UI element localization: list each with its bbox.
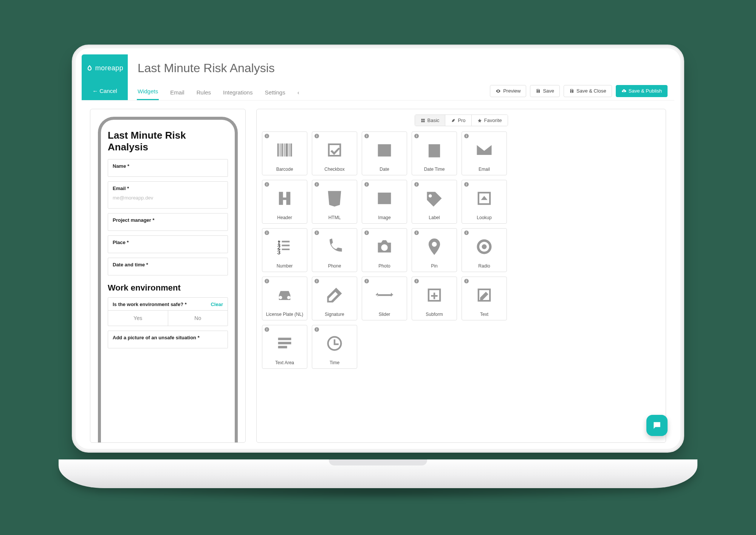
info-icon[interactable]: i bbox=[364, 182, 369, 187]
option-yes[interactable]: Yes bbox=[108, 311, 168, 326]
label-widget-icon bbox=[424, 183, 444, 213]
widget-label: Email bbox=[479, 167, 490, 172]
widget-label: Subform bbox=[426, 312, 443, 317]
widget-checkbox[interactable]: iCheckbox bbox=[312, 131, 357, 175]
info-icon[interactable]: i bbox=[464, 134, 469, 138]
info-icon[interactable]: i bbox=[265, 134, 269, 138]
widget-html[interactable]: iHTML bbox=[312, 180, 357, 224]
widget-time[interactable]: iTime bbox=[312, 325, 357, 369]
option-no[interactable]: No bbox=[168, 311, 228, 326]
widget-label: Text Area bbox=[275, 360, 294, 365]
save-publish-button[interactable]: Save & Publish bbox=[616, 85, 668, 97]
widget-number[interactable]: iNumber bbox=[262, 228, 307, 272]
tab-email[interactable]: Email bbox=[169, 89, 185, 100]
tab-widgets[interactable]: Widgets bbox=[137, 88, 159, 100]
cancel-button[interactable]: ← Cancel bbox=[82, 82, 128, 100]
clear-button[interactable]: Clear bbox=[211, 302, 223, 307]
email-icon bbox=[474, 135, 494, 165]
widget-barcode[interactable]: iBarcode bbox=[262, 131, 307, 175]
widget-label: Header bbox=[277, 215, 292, 220]
widget-date[interactable]: iDate bbox=[362, 131, 407, 175]
field-date-time[interactable]: Date and time * bbox=[108, 258, 228, 275]
field-project-manager[interactable]: Project manager * bbox=[108, 213, 228, 231]
info-icon[interactable]: i bbox=[314, 230, 319, 235]
info-icon[interactable]: i bbox=[414, 134, 419, 138]
info-icon[interactable]: i bbox=[265, 327, 269, 332]
subbar: ← Cancel Widgets Email Rules Integration… bbox=[82, 82, 674, 101]
info-icon[interactable]: i bbox=[414, 279, 419, 283]
question-label: Is the work environment safe? * bbox=[113, 302, 187, 307]
field-email[interactable]: Email * me@moreapp.dev bbox=[108, 181, 228, 209]
textarea-icon bbox=[275, 328, 294, 359]
brand-logo[interactable]: moreapp bbox=[82, 54, 128, 82]
info-icon[interactable]: i bbox=[464, 182, 469, 187]
leaf-icon bbox=[86, 65, 93, 71]
widget-pin[interactable]: iPin bbox=[412, 228, 457, 272]
widget-slider[interactable]: iSlider bbox=[362, 277, 407, 320]
field-place[interactable]: Place * bbox=[108, 235, 228, 253]
info-icon[interactable]: i bbox=[464, 230, 469, 235]
radio-icon bbox=[474, 232, 494, 262]
widget-license[interactable]: iLicense Plate (NL) bbox=[262, 277, 307, 320]
widget-textarea[interactable]: iText Area bbox=[262, 325, 307, 369]
license-icon bbox=[275, 280, 294, 310]
info-icon[interactable]: i bbox=[364, 279, 369, 283]
widget-text[interactable]: iText bbox=[462, 277, 507, 320]
text-icon bbox=[474, 280, 494, 310]
question-safe[interactable]: Is the work environment safe? * Clear Ye… bbox=[108, 297, 228, 326]
widget-datetime[interactable]: iDate Time bbox=[412, 131, 457, 175]
category-pro[interactable]: Pro bbox=[445, 115, 471, 126]
save-button[interactable]: Save bbox=[530, 85, 560, 97]
widget-signature[interactable]: iSignature bbox=[312, 277, 357, 320]
widget-email[interactable]: iEmail bbox=[462, 131, 507, 175]
info-icon[interactable]: i bbox=[314, 327, 319, 332]
chat-fab[interactable] bbox=[646, 415, 668, 436]
tab-rules[interactable]: Rules bbox=[196, 89, 212, 100]
tab-settings[interactable]: Settings bbox=[264, 89, 286, 100]
field-name[interactable]: Name * bbox=[108, 159, 228, 177]
widget-header[interactable]: iHeader bbox=[262, 180, 307, 224]
tabs-scroll-left[interactable]: ‹ bbox=[297, 89, 300, 100]
widget-photo[interactable]: iPhoto bbox=[362, 228, 407, 272]
subform-icon bbox=[424, 280, 444, 310]
widget-subform[interactable]: iSubform bbox=[412, 277, 457, 320]
field-picture[interactable]: Add a picture of an unsafe situation * bbox=[108, 331, 228, 348]
category-favorite[interactable]: Favorite bbox=[471, 115, 508, 126]
lookup-icon bbox=[474, 183, 494, 213]
info-icon[interactable]: i bbox=[364, 134, 369, 138]
info-icon[interactable]: i bbox=[265, 279, 269, 283]
info-icon[interactable]: i bbox=[364, 230, 369, 235]
app: moreapp Last Minute Risk Analysis ← Canc… bbox=[82, 54, 674, 443]
preview-button[interactable]: Preview bbox=[490, 85, 526, 97]
save-close-button[interactable]: Save & Close bbox=[564, 85, 612, 97]
header: moreapp Last Minute Risk Analysis bbox=[82, 54, 674, 82]
widget-label: Time bbox=[330, 360, 339, 365]
slider-icon bbox=[375, 280, 394, 310]
info-icon[interactable]: i bbox=[314, 182, 319, 187]
widget-radio[interactable]: iRadio bbox=[462, 228, 507, 272]
widget-label: Date Time bbox=[424, 167, 445, 172]
checkbox-icon bbox=[325, 135, 344, 165]
widget-label: Photo bbox=[378, 263, 390, 269]
tab-integrations[interactable]: Integrations bbox=[222, 89, 253, 100]
segmented-yes-no: Yes No bbox=[108, 310, 228, 326]
chat-icon bbox=[652, 421, 662, 430]
page-title: Last Minute Risk Analysis bbox=[128, 54, 674, 82]
widget-phone[interactable]: iPhone bbox=[312, 228, 357, 272]
image-icon bbox=[375, 183, 394, 213]
barcode-icon bbox=[275, 135, 294, 165]
info-icon[interactable]: i bbox=[265, 230, 269, 235]
info-icon[interactable]: i bbox=[314, 134, 319, 138]
widget-image[interactable]: iImage bbox=[362, 180, 407, 224]
info-icon[interactable]: i bbox=[265, 182, 269, 187]
widget-label-widget[interactable]: iLabel bbox=[412, 180, 457, 224]
info-icon[interactable]: i bbox=[414, 230, 419, 235]
form-title: Last Minute Risk Analysis bbox=[108, 130, 228, 153]
widget-lookup[interactable]: iLookup bbox=[462, 180, 507, 224]
laptop-mockup: moreapp Last Minute Risk Analysis ← Canc… bbox=[60, 45, 696, 490]
info-icon[interactable]: i bbox=[464, 279, 469, 283]
category-basic[interactable]: Basic bbox=[415, 115, 445, 126]
form-preview-card: Last Minute Risk Analysis Name * Email *… bbox=[90, 109, 246, 443]
info-icon[interactable]: i bbox=[314, 279, 319, 283]
info-icon[interactable]: i bbox=[414, 182, 419, 187]
